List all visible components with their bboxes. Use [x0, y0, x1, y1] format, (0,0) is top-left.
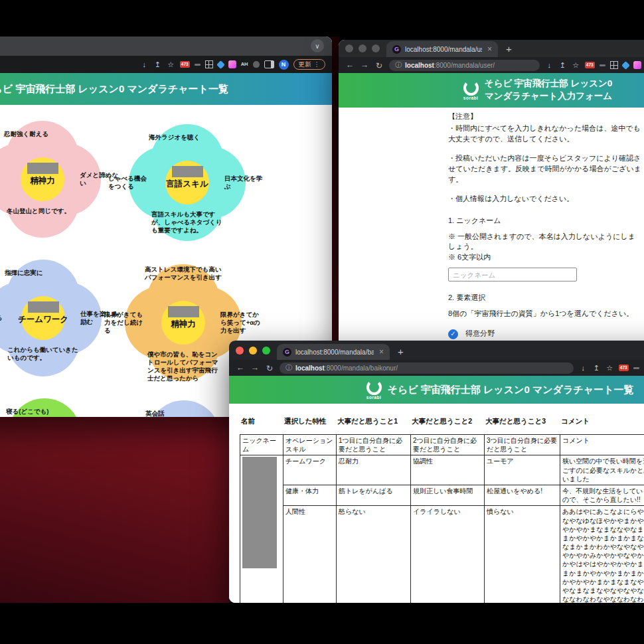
- reload-button[interactable]: ↻: [374, 60, 384, 70]
- flower-text-left: しゃべる機会をつくる: [108, 175, 147, 191]
- table-cell-comment: 狭い空間の中で長い時間を過ごすのに必要なスキルかと思いました: [560, 455, 644, 485]
- table-cell-comment: 今、不規則な生活をしているので、そこから直したい!!: [560, 485, 644, 505]
- share-icon[interactable]: ↥: [558, 62, 567, 69]
- minimize-window-button[interactable]: [359, 44, 366, 52]
- diamond-ext-icon[interactable]: [621, 61, 630, 70]
- nickname-input[interactable]: [448, 268, 577, 282]
- share-icon[interactable]: ↥: [153, 61, 162, 68]
- radio-checked-icon[interactable]: ✓: [448, 329, 458, 339]
- site-info-icon[interactable]: ⓘ: [395, 60, 402, 70]
- trait-option-得意分野[interactable]: ✓得意分野: [448, 329, 642, 339]
- page-header: sorabi そらビ 宇宙飛行士部 レッスン0 マンダラチャート入力フォーム: [339, 73, 644, 108]
- column-header: コメント: [560, 417, 644, 426]
- redacted-name-box: [172, 166, 203, 177]
- forward-button[interactable]: →: [360, 60, 369, 70]
- tabstrip: G localhost:8000/mandala/user/ × +: [339, 40, 644, 57]
- tab-title: localhost:8000/mandala/baiko: [295, 349, 374, 356]
- extension-cluster: ↓↥☆473AHN更新⋮: [140, 59, 325, 70]
- back-button[interactable]: ←: [345, 60, 355, 70]
- traffic-lights: [339, 40, 386, 57]
- page-title: そらビ 宇宙飛行士部 レッスン0 マンダラチャート一覧: [388, 384, 634, 396]
- tab-close-icon[interactable]: ×: [487, 44, 492, 54]
- pink-ext-icon[interactable]: [228, 60, 236, 68]
- reload-button[interactable]: ↻: [265, 363, 274, 373]
- grid-ext-icon[interactable]: [610, 61, 618, 69]
- tab-search-button[interactable]: ∨: [311, 39, 324, 52]
- update-label: 更新: [299, 61, 311, 68]
- flower-text-left: 限界がきても力をだし続ける: [104, 311, 143, 335]
- new-tab-button[interactable]: +: [506, 43, 512, 54]
- column-header: 選択した特性: [283, 417, 336, 426]
- grid-ext-icon[interactable]: [205, 60, 213, 68]
- ext-dim-icon[interactable]: [195, 64, 201, 66]
- new-tab-button[interactable]: +: [398, 346, 404, 357]
- window-mandala-table: G localhost:8000/mandala/baiko × + ← → ↻…: [229, 341, 644, 603]
- address-bar[interactable]: ⓘ localhost:8000/mandala/baikonur/: [280, 362, 574, 374]
- site-info-icon[interactable]: ⓘ: [285, 363, 292, 372]
- forward-button[interactable]: →: [250, 363, 260, 372]
- download-icon[interactable]: ↓: [140, 61, 149, 68]
- flower-text-top: 高ストレス環境下でも高いパフォーマンスを引き出す: [145, 266, 224, 282]
- tabstrip: G localhost:8000/mandala/baiko × +: [229, 341, 644, 360]
- column-header: 大事だと思うこと3: [484, 417, 560, 426]
- table-subheader-cell: 1つ目に自分自身に必要だと思うこと: [337, 435, 411, 455]
- name-cell-redacted: [240, 455, 283, 603]
- flower-text-left: できると信じる: [0, 171, 2, 187]
- flower-text-bottom: 冬山登山と同じです。: [7, 207, 82, 215]
- menu-dots-icon[interactable]: ⋮: [314, 61, 321, 68]
- diamond-ext-icon[interactable]: [216, 60, 225, 69]
- update-pill[interactable]: 更新⋮: [293, 59, 326, 70]
- adblock-badge[interactable]: 473: [619, 364, 629, 372]
- table-row: 人間性怒らないイライラしない憤らないああはやにあこなよにらやさなやなゆなほやかや…: [240, 506, 644, 603]
- bookmark-star-icon[interactable]: ☆: [167, 61, 175, 68]
- table-cell-item3: 憤らない: [485, 506, 560, 603]
- paw-ext-icon[interactable]: [253, 61, 260, 68]
- bookmark-star-icon[interactable]: ☆: [605, 364, 614, 372]
- share-icon[interactable]: ↥: [592, 364, 601, 372]
- option-label: 得意分野: [465, 329, 495, 339]
- sidebar-icon[interactable]: [264, 60, 274, 68]
- table-row: 健康・体力筋トレをがんばる規則正しい食事時間松屋通いをやめる!今、不規則な生活を…: [240, 485, 644, 505]
- flower-text-right: 限界がきてから笑って+αの力を出す: [220, 311, 264, 335]
- flower-text-top: 海外ラジオを聴く: [149, 133, 228, 141]
- zoom-window-button[interactable]: [372, 44, 380, 52]
- adblock-badge[interactable]: 473: [180, 61, 190, 68]
- table-cell-item3: ユーモア: [485, 455, 560, 485]
- profile-avatar[interactable]: N: [279, 60, 289, 70]
- flower-text-right: 日本文化を学ぶ: [224, 175, 268, 191]
- browser-tab[interactable]: G localhost:8000/mandala/user/ ×: [386, 41, 498, 57]
- adblock-badge[interactable]: 473: [585, 62, 595, 69]
- download-icon[interactable]: ↓: [545, 62, 554, 69]
- ext-dim-icon[interactable]: [633, 367, 639, 369]
- tab-title: localhost:8000/mandala/user/: [405, 46, 482, 53]
- table-cell-item3: 松屋通いをやめる!: [485, 485, 560, 505]
- table-subheader-cell: オペレーションスキル: [283, 435, 337, 455]
- table-cell-item2: イライラしない: [411, 506, 485, 603]
- column-header: 大事だと思うこと2: [410, 417, 484, 426]
- close-window-button[interactable]: [345, 44, 353, 52]
- close-window-button[interactable]: [236, 347, 244, 355]
- url-host: localhost: [405, 62, 434, 69]
- zoom-window-button[interactable]: [262, 347, 270, 355]
- ext-dim-icon[interactable]: [600, 64, 605, 66]
- tab-close-icon[interactable]: ×: [379, 347, 384, 357]
- pink-ext-icon[interactable]: [633, 61, 641, 69]
- question-2-note: 8個の「宇宙飛行士の資質」から1つを選んでください。: [448, 309, 642, 319]
- url-host: localhost: [295, 364, 325, 372]
- table-cell-trait: 人間性: [283, 506, 337, 603]
- download-icon[interactable]: ↓: [579, 364, 588, 372]
- page-title: そらビ 宇宙飛行士部 レッスン0 マンダラチャート入力フォーム: [485, 78, 613, 103]
- browser-tab[interactable]: G localhost:8000/mandala/baiko ×: [277, 344, 390, 360]
- table-column-headers: 名前選択した特性大事だと思うこと1大事だと思うこと2大事だと思うこと3コメント: [240, 417, 644, 426]
- table-cell-trait: チームワーク: [283, 455, 337, 485]
- form-content: 【注意】 ・時間内にすべてを入力しきれなかった場合は、途中でも大丈夫ですので、送…: [339, 112, 644, 352]
- browser-toolbar: ↓↥☆473AHN更新⋮: [0, 56, 332, 73]
- address-bar[interactable]: [0, 59, 135, 70]
- address-bar[interactable]: ⓘ localhost:8000/mandala/user/: [389, 60, 540, 71]
- ah-ext-icon[interactable]: AH: [241, 62, 248, 67]
- bookmark-star-icon[interactable]: ☆: [572, 62, 580, 69]
- minimize-window-button[interactable]: [249, 347, 257, 355]
- back-button[interactable]: ←: [236, 363, 245, 372]
- table-cell-item1: 怒らない: [337, 506, 411, 603]
- table-cell-item2: 協調性: [411, 455, 485, 485]
